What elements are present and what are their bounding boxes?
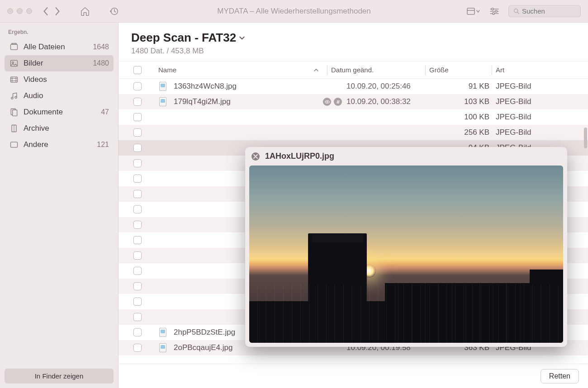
sidebar-item-label: Andere	[24, 140, 92, 149]
sidebar-item-audio[interactable]: Audio	[5, 88, 114, 104]
archive-icon	[9, 123, 19, 133]
file-name: 2hpP5BDzStE.jpg	[174, 328, 235, 337]
other-icon	[9, 140, 19, 150]
sidebar-item-videos[interactable]: Videos	[5, 71, 114, 88]
sidebar-item-count: 1480	[93, 59, 109, 67]
row-checkbox[interactable]	[133, 205, 142, 213]
select-all-checkbox[interactable]	[133, 66, 142, 74]
svg-point-4	[493, 12, 494, 14]
sidebar-item-bilder[interactable]: Bilder1480	[5, 55, 114, 71]
column-type[interactable]: Art	[496, 66, 582, 74]
row-checkbox[interactable]	[133, 113, 142, 121]
content-header: Deep Scan - FAT32 1480 Dat. / 453,8 MB	[119, 23, 588, 62]
column-name[interactable]: Name	[150, 66, 323, 74]
row-checkbox[interactable]	[133, 298, 142, 306]
row-checkbox[interactable]	[133, 221, 142, 229]
file-type: JPEG-Bild	[496, 82, 582, 91]
svg-point-11	[11, 97, 13, 99]
svg-rect-6	[11, 44, 18, 50]
row-checkbox[interactable]	[133, 236, 142, 244]
row-checkbox[interactable]	[133, 128, 142, 137]
svg-rect-16	[11, 142, 18, 147]
sidebar-item-andere[interactable]: Andere121	[5, 137, 114, 153]
column-date[interactable]: Datum geänd.	[331, 66, 422, 74]
file-name: 179lqT4gi2M.jpg	[174, 97, 231, 106]
row-checkbox[interactable]	[133, 190, 142, 198]
minimize-window-icon[interactable]	[17, 8, 23, 14]
file-size: 256 KB	[437, 128, 496, 137]
row-checkbox[interactable]	[133, 98, 142, 106]
svg-point-9	[12, 62, 14, 63]
file-type-icon	[159, 343, 166, 352]
svg-rect-14	[13, 110, 17, 116]
row-checkbox[interactable]	[133, 251, 142, 260]
svg-point-18	[327, 101, 328, 103]
row-checkbox[interactable]	[133, 313, 142, 321]
row-checkbox[interactable]	[133, 282, 142, 290]
zoom-window-icon[interactable]	[26, 8, 32, 14]
file-type: JPEG-Bild	[496, 97, 582, 106]
back-icon[interactable]	[43, 7, 48, 15]
column-size[interactable]: Größe	[429, 66, 488, 74]
scan-title-text: Deep Scan - FAT32	[131, 31, 236, 45]
home-icon[interactable]	[80, 6, 90, 16]
file-date: 10.09.20, 00:25:46	[346, 82, 437, 91]
sidebar-item-label: Audio	[24, 91, 104, 100]
svg-point-3	[495, 10, 497, 12]
search-box[interactable]	[508, 5, 581, 17]
svg-rect-8	[11, 60, 18, 66]
view-options-icon[interactable]	[467, 7, 480, 16]
content: Deep Scan - FAT32 1480 Dat. / 453,8 MB N…	[119, 23, 588, 388]
file-size: 91 KB	[437, 82, 496, 91]
table-row[interactable]: 1363hz4WcN8.jpg10.09.20, 00:25:4691 KBJP…	[119, 79, 588, 94]
file-type: JPEG-Bild	[496, 113, 582, 122]
preview-image	[249, 166, 563, 343]
nav-arrows	[43, 7, 60, 15]
close-preview-icon[interactable]	[251, 152, 260, 161]
row-checkbox[interactable]	[133, 344, 142, 352]
sidebar-item-count: 47	[101, 108, 109, 116]
row-checkbox[interactable]	[133, 328, 142, 336]
doc-icon	[9, 107, 19, 117]
row-checkbox[interactable]	[133, 267, 142, 275]
sidebar-item-label: Videos	[24, 75, 104, 84]
show-in-finder-button[interactable]: In Finder zeigen	[5, 369, 114, 383]
file-type: JPEG-Bild	[496, 128, 582, 137]
row-checkbox[interactable]	[133, 175, 142, 183]
table-row[interactable]: 100 KBJPEG-Bild	[119, 109, 588, 125]
history-icon[interactable]	[109, 6, 119, 16]
table-row[interactable]: 179lqT4gi2M.jpg10.09.20, 00:38:32103 KBJ…	[119, 94, 588, 109]
sidebar-item-label: Dokumente	[24, 108, 96, 117]
search-input[interactable]	[522, 7, 576, 15]
scrollbar-thumb[interactable]	[584, 128, 587, 148]
scan-subtitle: 1480 Dat. / 453,8 MB	[131, 47, 575, 56]
sidebar-item-count: 121	[97, 141, 109, 149]
sidebar-item-label: Alle Dateien	[24, 43, 88, 52]
preview-badge-icon	[323, 98, 331, 106]
sidebar-item-label: Bilder	[24, 59, 88, 68]
file-size: 103 KB	[437, 97, 496, 106]
row-checkbox[interactable]	[133, 159, 142, 167]
table-header: Name Datum geänd. Größe Art	[119, 62, 588, 79]
forward-icon[interactable]	[55, 7, 60, 15]
file-name: 1363hz4WcN8.jpg	[174, 82, 237, 91]
sidebar: Ergebn. Alle Dateien1648Bilder1480Videos…	[0, 23, 119, 388]
sort-asc-icon	[313, 67, 319, 73]
svg-rect-1	[467, 8, 474, 14]
preview-filename: 1AHoxLUjRP0.jpg	[265, 151, 334, 161]
table-row[interactable]: 256 KBJPEG-Bild	[119, 125, 588, 140]
sidebar-item-dokumente[interactable]: Dokumente47	[5, 104, 114, 120]
video-icon	[9, 75, 19, 85]
row-checkbox[interactable]	[133, 82, 142, 90]
filter-settings-icon[interactable]	[489, 7, 499, 16]
scan-title[interactable]: Deep Scan - FAT32	[131, 31, 575, 45]
image-icon	[9, 58, 19, 68]
recover-button[interactable]: Retten	[541, 369, 579, 383]
sidebar-item-archive[interactable]: Archive	[5, 120, 114, 137]
row-checkbox[interactable]	[133, 144, 142, 152]
close-window-icon[interactable]	[7, 8, 13, 14]
svg-rect-7	[12, 43, 16, 45]
sidebar-item-alle-dateien[interactable]: Alle Dateien1648	[5, 39, 114, 55]
svg-point-12	[15, 96, 17, 98]
file-type-icon	[159, 328, 166, 337]
